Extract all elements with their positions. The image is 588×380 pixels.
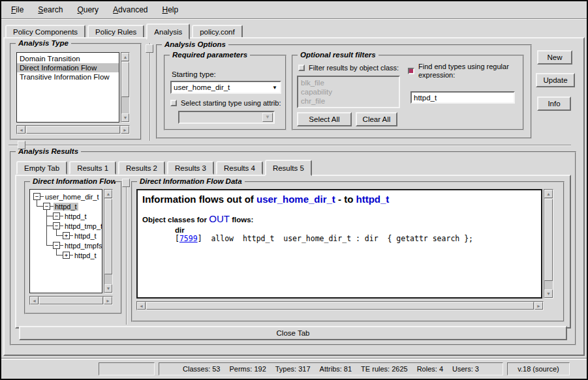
- tree-collapse-icon[interactable]: −: [43, 203, 50, 210]
- scrollbar-thumb[interactable]: [121, 62, 129, 97]
- options-splitter-handle[interactable]: [146, 44, 153, 53]
- scroll-down-button[interactable]: ▼: [544, 289, 553, 298]
- menu-help[interactable]: Help: [156, 3, 184, 16]
- tree-connector: [37, 206, 43, 207]
- tab-results-5[interactable]: Results 5: [265, 160, 312, 176]
- scroll-up-button[interactable]: ▲: [104, 190, 112, 198]
- starting-type-combobox[interactable]: user_home_dir_t ▼: [170, 81, 281, 94]
- select-all-button[interactable]: Select All: [297, 112, 352, 126]
- status-stats-box: Classes: 53 Perms: 192 Types: 317 Attrib…: [159, 362, 503, 375]
- scroll-left-icon: ◄: [139, 304, 144, 308]
- tree-data-splitter-handle[interactable]: [122, 179, 130, 187]
- tree-node-label[interactable]: httpd_tmpfs_t: [63, 242, 102, 250]
- flow-data-horizontal-scrollbar[interactable]: ◄ ►: [136, 301, 544, 310]
- status-version-box: v.18 (source): [507, 362, 570, 375]
- scroll-up-button[interactable]: ▲: [121, 53, 129, 61]
- scroll-right-button[interactable]: ►: [121, 126, 129, 134]
- scrollbar-track[interactable]: [544, 198, 553, 289]
- tree-collapse-icon[interactable]: −: [53, 242, 60, 249]
- tab-analysis[interactable]: Analysis: [146, 23, 190, 40]
- tab-results-3[interactable]: Results 3: [167, 161, 214, 175]
- tab-policy-rules[interactable]: Policy Rules: [87, 25, 144, 38]
- info-button[interactable]: Info: [537, 96, 571, 111]
- scrollbar-track[interactable]: [25, 126, 121, 134]
- dropdown-arrow-icon: ▼: [262, 113, 273, 122]
- close-tab-button[interactable]: Close Tab: [19, 326, 567, 340]
- options-splitter-sash[interactable]: [149, 43, 151, 141]
- tab-policy-conf[interactable]: policy.conf: [192, 25, 242, 38]
- scroll-left-icon: ◄: [32, 299, 37, 303]
- filter-object-class-checkbox[interactable]: [298, 65, 305, 71]
- new-button[interactable]: New: [537, 50, 572, 65]
- tab-policy-components[interactable]: Policy Components: [5, 25, 85, 38]
- rule-line: [7599] allow httpd_t user_home_dir_t : d…: [175, 234, 536, 243]
- analysis-results-groupbox: Analysis Results Empty Tab Results 1 Res…: [10, 151, 576, 345]
- regex-checkbox[interactable]: [408, 68, 414, 74]
- scroll-right-icon: ►: [123, 128, 127, 132]
- tree-collapse-icon[interactable]: −: [33, 193, 40, 200]
- scrollbar-thumb[interactable]: [39, 297, 103, 304]
- tab-results-2[interactable]: Results 2: [118, 161, 165, 175]
- flow-tree-groupbox: Direct Information Flow Tree: [24, 181, 122, 314]
- main-tab-bar: Policy Components Policy Rules Analysis …: [5, 22, 245, 38]
- tab-results-1[interactable]: Results 1: [69, 161, 116, 175]
- menu-advanced[interactable]: Advanced: [107, 3, 153, 16]
- scrollbar-track[interactable]: [146, 302, 534, 310]
- tree-collapse-icon[interactable]: −: [53, 212, 60, 220]
- flow-data-textarea[interactable]: Information flows out of user_home_dir_t…: [136, 189, 542, 299]
- scrollbar-thumb[interactable]: [26, 126, 120, 134]
- scroll-left-button[interactable]: ◄: [30, 297, 39, 304]
- dropdown-arrow-icon[interactable]: ▼: [270, 85, 280, 91]
- results-splitter-handle[interactable]: [18, 141, 25, 149]
- scroll-left-button[interactable]: ◄: [137, 302, 146, 310]
- update-button[interactable]: Update: [536, 73, 575, 87]
- scrollbar-track[interactable]: [39, 297, 104, 304]
- scroll-right-button[interactable]: ►: [534, 302, 543, 310]
- flow-data-vertical-scrollbar[interactable]: ▲ ▼: [544, 189, 553, 299]
- tree-node-label[interactable]: user_home_dir_t: [44, 193, 101, 201]
- tree-node-label-selected[interactable]: httpd_t: [54, 203, 78, 211]
- analysis-type-item-domain-transition[interactable]: Domain Transition: [17, 54, 119, 63]
- tab-results-4[interactable]: Results 4: [216, 161, 263, 175]
- analysis-type-horizontal-scrollbar[interactable]: ◄ ►: [16, 125, 130, 134]
- attrib-checkbox[interactable]: [170, 100, 177, 106]
- attrib-checkbox-label: Select starting type using attrib:: [181, 99, 281, 107]
- scroll-up-icon: ▲: [546, 192, 551, 196]
- tree-node-label[interactable]: httpd_t: [73, 232, 98, 240]
- scrollbar-track[interactable]: [104, 198, 112, 284]
- scroll-down-button[interactable]: ▼: [104, 284, 112, 293]
- analysis-type-item-direct-information-flow[interactable]: Direct Information Flow: [17, 63, 119, 72]
- regex-input[interactable]: [410, 91, 515, 104]
- scroll-left-button[interactable]: ◄: [17, 126, 25, 134]
- tree-expand-icon[interactable]: +: [63, 252, 70, 259]
- menu-file[interactable]: File: [5, 3, 29, 16]
- flow-tree-vertical-scrollbar[interactable]: ▲ ▼: [104, 189, 113, 293]
- results-tab-panel: Direct Information Flow Tree: [15, 175, 571, 329]
- tree-node-label[interactable]: httpd_tmp_t: [63, 222, 102, 230]
- tree-collapse-icon[interactable]: −: [53, 222, 60, 229]
- clear-all-button[interactable]: Clear All: [356, 112, 397, 126]
- tree-expand-icon[interactable]: +: [63, 232, 70, 239]
- tree-node-label[interactable]: httpd_t: [63, 212, 88, 220]
- scrollbar-track[interactable]: [121, 61, 129, 113]
- menu-query[interactable]: Query: [71, 3, 104, 16]
- results-splitter-sash[interactable]: [8, 145, 571, 146]
- analysis-type-item-transitive-information-flow[interactable]: Transitive Information Flow: [17, 72, 119, 81]
- scrollbar-thumb[interactable]: [104, 199, 112, 274]
- attrib-checkbox-row: Select starting type using attrib:: [170, 99, 281, 107]
- tree-data-splitter-sash[interactable]: [126, 179, 127, 325]
- analysis-type-vertical-scrollbar[interactable]: ▲ ▼: [121, 52, 130, 123]
- tree-node-label[interactable]: httpd_t: [73, 252, 98, 259]
- scrollbar-thumb[interactable]: [146, 302, 534, 310]
- scroll-up-button[interactable]: ▲: [544, 190, 553, 198]
- scroll-down-button[interactable]: ▼: [121, 113, 129, 122]
- attrib-combobox: ▼: [178, 111, 275, 124]
- scroll-right-button[interactable]: ►: [104, 297, 112, 304]
- regex-checkbox-label: Find end types using regular expression:: [418, 63, 520, 80]
- analysis-results-title: Analysis Results: [16, 147, 81, 155]
- tab-empty-tab[interactable]: Empty Tab: [16, 161, 67, 175]
- menu-search[interactable]: Search: [32, 3, 69, 16]
- rule-id-link[interactable]: 7599: [179, 234, 198, 243]
- flow-tree-horizontal-scrollbar[interactable]: ◄ ►: [29, 296, 113, 305]
- scrollbar-thumb[interactable]: [544, 199, 553, 281]
